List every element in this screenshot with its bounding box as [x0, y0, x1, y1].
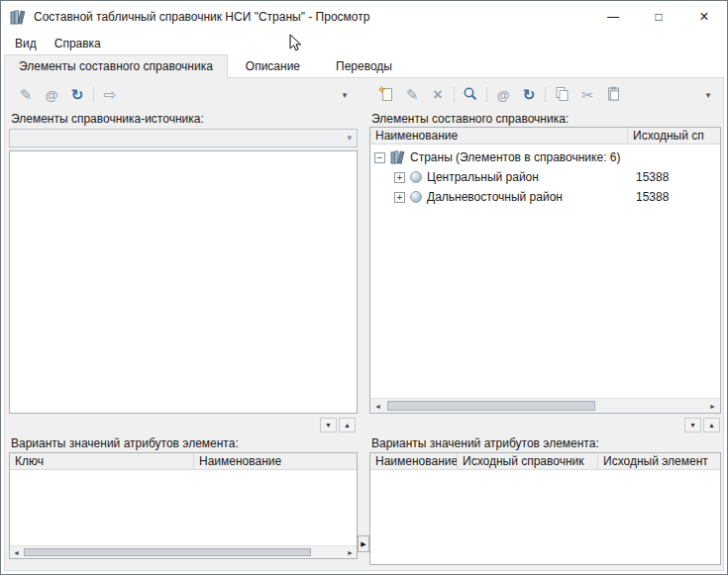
left-attributes-label: Варианты значений атрибутов элемента: [11, 436, 239, 450]
left-horizontal-scrollbar: ◄ ► [10, 545, 357, 558]
refresh-button[interactable]: ↻ [64, 84, 90, 106]
search-icon [463, 86, 478, 105]
books-app-icon [10, 10, 26, 25]
move-up-button[interactable]: ▲ [703, 418, 720, 432]
tree-row[interactable]: + Центральный район 15388 [370, 167, 720, 187]
left-move-buttons: ▼ ▲ [320, 418, 356, 432]
mouse-cursor [289, 34, 302, 55]
refresh-all-button[interactable]: @ [39, 84, 64, 106]
move-to-composite-button[interactable]: ⇨ [97, 84, 123, 106]
tab-page: ✎ @ ↻ ⇨ ▾ Элементы справочника-источника… [4, 77, 724, 571]
chevron-down-icon: ▾ [347, 133, 352, 143]
source-elements-list[interactable] [9, 150, 358, 414]
move-up-button[interactable]: ▲ [339, 418, 356, 432]
refresh-all-button[interactable]: @ [490, 84, 516, 106]
edit-source-element-button[interactable]: ✎ [13, 84, 39, 106]
column-header-name[interactable]: Наименование [370, 128, 628, 144]
tree-item-label: Центральный район [427, 170, 539, 184]
titlebar: Составной табличный справочник НСИ "Стра… [1, 1, 727, 33]
toolbar-separator [545, 87, 546, 103]
edit-element-button[interactable]: ✎ [399, 84, 425, 106]
scroll-right-button[interactable]: ► [705, 399, 720, 413]
scroll-left-button[interactable]: ◄ [370, 399, 385, 413]
copy-button[interactable] [549, 84, 574, 106]
menu-help[interactable]: Справка [46, 34, 110, 53]
menu-view[interactable]: Вид [6, 34, 46, 53]
add-element-button[interactable] [373, 84, 399, 106]
refresh-icon: ↻ [523, 86, 536, 104]
forward-arrow-icon: ⇨ [104, 86, 117, 104]
delete-icon: × [433, 86, 442, 104]
right-move-buttons: ▼ ▲ [684, 418, 720, 432]
splitter-expand-button[interactable]: ▶ [358, 535, 369, 552]
toolbar-separator [93, 87, 94, 103]
composite-elements-header: Наименование Исходный сп [370, 128, 720, 144]
tree-item-label: Дальневосточный район [427, 190, 563, 204]
column-header-key[interactable]: Ключ [10, 453, 194, 469]
scissors-icon: ✂ [581, 87, 593, 103]
right-attributes-grid: Наименование Исходный справочник Исходны… [369, 452, 721, 565]
collapse-toggle-icon[interactable]: − [374, 152, 385, 163]
refresh-button[interactable]: ↻ [516, 84, 542, 106]
toolbar-separator [454, 87, 455, 103]
scrollbar-thumb[interactable] [24, 548, 311, 556]
pencil-icon: ✎ [406, 86, 419, 104]
expand-toggle-icon[interactable]: + [394, 172, 405, 183]
right-pane: ✎ × @ [369, 83, 721, 567]
move-down-button[interactable]: ▼ [684, 418, 701, 432]
refresh-all-icon: @ [497, 88, 510, 103]
right-toolbar: ✎ × @ [369, 83, 721, 107]
column-header-source-dictionary[interactable]: Исходный справочник [458, 453, 598, 469]
delete-element-button[interactable]: × [425, 84, 451, 106]
left-attributes-grid: Ключ Наименование ◄ ► [9, 452, 358, 559]
tree-item-source-ref: 15388 [628, 190, 669, 204]
copy-icon [555, 86, 570, 104]
composite-elements-grid: Наименование Исходный сп − [369, 127, 721, 414]
source-elements-label: Элементы справочника-источника: [11, 112, 204, 126]
right-attributes-body[interactable] [370, 470, 720, 564]
element-sphere-icon [410, 191, 422, 203]
column-header-name[interactable]: Наименование [370, 453, 458, 469]
left-pane: ✎ @ ↻ ⇨ ▾ Элементы справочника-источника… [9, 83, 358, 567]
close-button[interactable]: × [681, 1, 727, 33]
tab-description[interactable]: Описание [228, 55, 318, 77]
tab-strip: Элементы составного справочника Описание… [4, 54, 724, 77]
maximize-button[interactable]: □ [636, 1, 681, 33]
column-header-name[interactable]: Наименование [194, 453, 357, 469]
tree-row-root[interactable]: − Страны (Элементов в справочнике: 6) [370, 147, 720, 167]
menubar: Вид Справка [1, 33, 727, 54]
tree-item-source-ref: 15388 [628, 170, 669, 184]
paste-icon [606, 86, 621, 104]
scroll-right-button[interactable]: ► [344, 546, 357, 558]
refresh-icon: ↻ [71, 86, 84, 104]
paste-button[interactable] [600, 84, 626, 106]
minimize-button[interactable]: — [590, 1, 636, 33]
move-down-button[interactable]: ▼ [320, 418, 337, 432]
expand-toggle-icon[interactable]: + [394, 192, 405, 203]
column-header-source-dict[interactable]: Исходный сп [628, 128, 720, 144]
chevron-down-icon: ▾ [343, 90, 348, 100]
app-window: Составной табличный справочник НСИ "Стра… [0, 0, 728, 575]
tree-row[interactable]: + Дальневосточный район 15388 [370, 187, 720, 207]
left-attributes-header: Ключ Наименование [10, 453, 357, 470]
left-toolbar-overflow-button[interactable]: ▾ [332, 84, 358, 106]
right-toolbar-overflow-button[interactable]: ▾ [695, 84, 721, 106]
scroll-left-button[interactable]: ◄ [10, 546, 23, 558]
left-attributes-body[interactable] [10, 470, 357, 545]
column-header-source-element[interactable]: Исходный элемент [598, 453, 720, 469]
window-title: Составной табличный справочник НСИ "Стра… [34, 10, 369, 24]
source-combobox[interactable]: ▾ [9, 129, 358, 147]
composite-elements-label: Элементы составного справочника: [371, 112, 569, 126]
composite-elements-tree[interactable]: − Страны (Элементов в справочнике: 6) [370, 144, 720, 398]
search-button[interactable] [458, 84, 483, 106]
tab-elements[interactable]: Элементы составного справочника [4, 54, 228, 78]
refresh-all-icon: @ [46, 88, 58, 103]
tab-translations[interactable]: Переводы [318, 55, 410, 77]
right-attributes-header: Наименование Исходный справочник Исходны… [370, 453, 720, 470]
books-directory-icon [390, 150, 405, 164]
window-controls: — □ × [590, 1, 727, 33]
new-item-icon [378, 86, 394, 105]
element-sphere-icon [410, 171, 422, 183]
cut-button[interactable]: ✂ [574, 84, 600, 106]
scrollbar-thumb[interactable] [387, 401, 595, 411]
